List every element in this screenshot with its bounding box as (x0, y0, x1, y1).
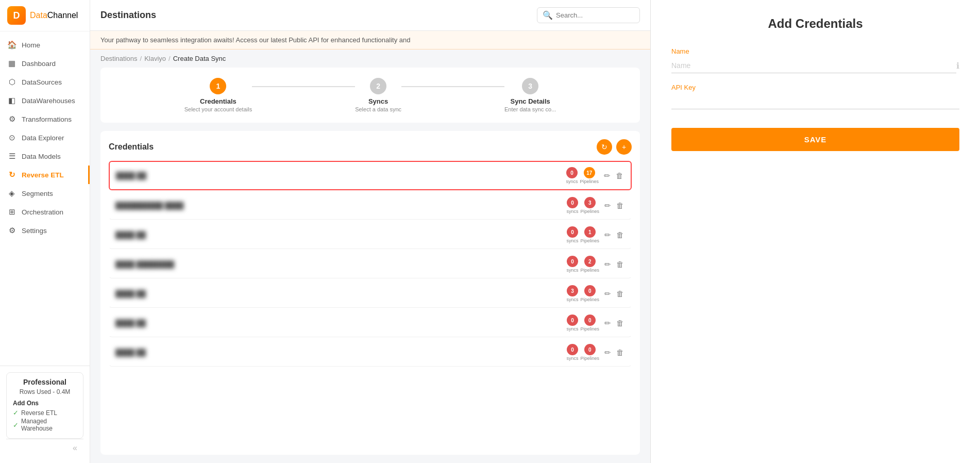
collapse-btn[interactable]: « (6, 439, 83, 457)
sidebar-item-label: Reverse ETL (22, 171, 64, 179)
delete-credential-button[interactable]: 🗑 (615, 229, 625, 240)
edit-credential-button[interactable]: ✏ (603, 229, 612, 241)
syncs-label: syncs (566, 356, 578, 361)
sidebar-item-label: Segments (22, 190, 53, 197)
info-icon: ℹ (956, 61, 959, 71)
cred-actions: ↻ + (597, 139, 632, 155)
edit-credential-button[interactable]: ✏ (603, 318, 612, 329)
sidebar-item-label: Data Models (22, 153, 61, 160)
breadcrumb-destinations[interactable]: Destinations (100, 55, 138, 62)
edit-credential-button[interactable]: ✏ (603, 259, 612, 270)
syncs-badge: 0 (567, 344, 578, 355)
credential-badges: 0syncs0Pipelines (566, 344, 599, 361)
addons-title: Add Ons (13, 400, 77, 407)
syncs-badge: 0 (567, 226, 578, 238)
search-box[interactable]: 🔍 (537, 7, 640, 23)
credential-name: ████ ██ (115, 290, 566, 297)
breadcrumb-klaviyo[interactable]: Klaviyo (144, 55, 166, 62)
sidebar-item-label: Data Explorer (22, 134, 64, 142)
table-row[interactable]: ██████████ ████0syncs3Pipelines✏🗑 (109, 191, 632, 220)
sidebar-item-label: Settings (22, 227, 47, 235)
sidebar-item-home[interactable]: 🏠 Home (0, 36, 90, 54)
sidebar: D DataChannel 🏠 Home ▦ Dashboard ⬡ DataS… (0, 0, 90, 463)
sidebar-item-datawarehouses[interactable]: ◧ DataWarehouses (0, 91, 90, 110)
pipelines-label: Pipelines (580, 326, 599, 332)
step-circle-2: 2 (370, 78, 386, 94)
table-row[interactable]: ████ ██0syncs0Pipelines✏🗑 (109, 338, 632, 367)
breadcrumb-sep-2: / (168, 55, 171, 62)
syncs-badge: 0 (566, 167, 578, 178)
pipelines-badge: 0 (584, 285, 596, 296)
step-circle-3: 3 (522, 78, 538, 94)
step-sublabel-2: Select a data sync (355, 106, 401, 112)
pipelines-badge: 3 (584, 197, 596, 208)
edit-credential-button[interactable]: ✏ (603, 200, 612, 211)
name-input[interactable] (671, 58, 956, 73)
delete-credential-button[interactable]: 🗑 (615, 347, 625, 358)
syncs-label: syncs (566, 179, 578, 184)
breadcrumb-current: Create Data Sync (173, 55, 226, 62)
add-credentials-button[interactable]: + (616, 139, 632, 155)
sidebar-item-data-explorer[interactable]: ⊙ Data Explorer (0, 128, 90, 147)
search-icon: 🔍 (543, 10, 553, 20)
sidebar-item-transformations[interactable]: ⚙ Transformations (0, 110, 90, 128)
sidebar-item-label: Transformations (22, 115, 72, 123)
edit-credential-button[interactable]: ✏ (603, 288, 612, 300)
table-row[interactable]: ████ ████████0syncs2Pipelines✏🗑 (109, 250, 632, 278)
sidebar-item-reverse-etl[interactable]: ↻ Reverse ETL (0, 166, 90, 184)
refresh-credentials-button[interactable]: ↻ (597, 139, 612, 155)
collapse-icon[interactable]: « (73, 443, 77, 452)
sidebar-item-dashboard[interactable]: ▦ Dashboard (0, 54, 90, 73)
row-actions: ✏🗑 (603, 170, 624, 181)
credential-name: ██████████ ████ (115, 202, 566, 209)
settings-icon: ⚙ (7, 226, 16, 235)
save-button[interactable]: SAVE (671, 128, 959, 151)
data-explorer-icon: ⊙ (7, 133, 16, 142)
credential-name: ████ ██ (116, 172, 566, 179)
edit-credential-button[interactable]: ✏ (603, 170, 612, 181)
sidebar-item-label: Home (22, 41, 40, 49)
panel-title: Add Credentials (671, 16, 959, 31)
cred-title: Credentials (109, 142, 154, 152)
delete-credential-button[interactable]: 🗑 (615, 259, 625, 270)
addon-managed-warehouse: ✓ Managed Warehouse (13, 418, 77, 432)
sidebar-bottom: Professional Rows Used - 0.4M Add Ons ✓ … (0, 366, 90, 463)
table-row[interactable]: ████ ██0syncs17Pipelines✏🗑 (109, 161, 632, 190)
sidebar-item-settings[interactable]: ⚙ Settings (0, 221, 90, 240)
api-key-field: API Key (671, 84, 959, 109)
table-row[interactable]: ████ ██0syncs0Pipelines✏🗑 (109, 309, 632, 337)
sidebar-item-data-models[interactable]: ☰ Data Models (0, 147, 90, 166)
add-credentials-panel: Add Credentials Name ℹ API Key SAVE (650, 0, 980, 463)
breadcrumb-sep-1: / (140, 55, 142, 62)
pipelines-label: Pipelines (580, 179, 599, 184)
pipelines-label: Pipelines (580, 268, 599, 273)
sidebar-item-orchestration[interactable]: ⊞ Orchestration (0, 203, 90, 221)
name-label: Name (671, 47, 959, 55)
delete-credential-button[interactable]: 🗑 (615, 318, 625, 328)
pipelines-badge: 0 (584, 344, 596, 355)
delete-credential-button[interactable]: 🗑 (615, 170, 624, 181)
row-actions: ✏🗑 (603, 347, 625, 358)
plan-box: Professional Rows Used - 0.4M Add Ons ✓ … (6, 372, 83, 439)
sidebar-item-datasources[interactable]: ⬡ DataSources (0, 73, 90, 91)
pipelines-label: Pipelines (580, 356, 599, 361)
name-field: Name ℹ (671, 47, 959, 73)
row-actions: ✏🗑 (603, 318, 625, 329)
search-input[interactable] (556, 11, 634, 19)
syncs-label: syncs (566, 238, 578, 243)
home-icon: 🏠 (7, 40, 16, 49)
table-row[interactable]: ████ ██3syncs0Pipelines✏🗑 (109, 279, 632, 308)
delete-credential-button[interactable]: 🗑 (615, 288, 625, 299)
logo[interactable]: D DataChannel (0, 0, 90, 31)
sidebar-item-segments[interactable]: ◈ Segments (0, 184, 90, 203)
pipelines-label: Pipelines (580, 297, 599, 302)
credential-badges: 0syncs3Pipelines (566, 197, 599, 214)
addon-label: Reverse ETL (21, 409, 57, 417)
table-row[interactable]: ████ ██0syncs1Pipelines✏🗑 (109, 221, 632, 249)
edit-credential-button[interactable]: ✏ (603, 347, 612, 358)
delete-credential-button[interactable]: 🗑 (615, 200, 625, 211)
api-key-input[interactable] (671, 94, 959, 109)
row-actions: ✏🗑 (603, 288, 625, 300)
sidebar-item-label: Orchestration (22, 208, 63, 216)
name-input-row: ℹ (671, 58, 959, 73)
